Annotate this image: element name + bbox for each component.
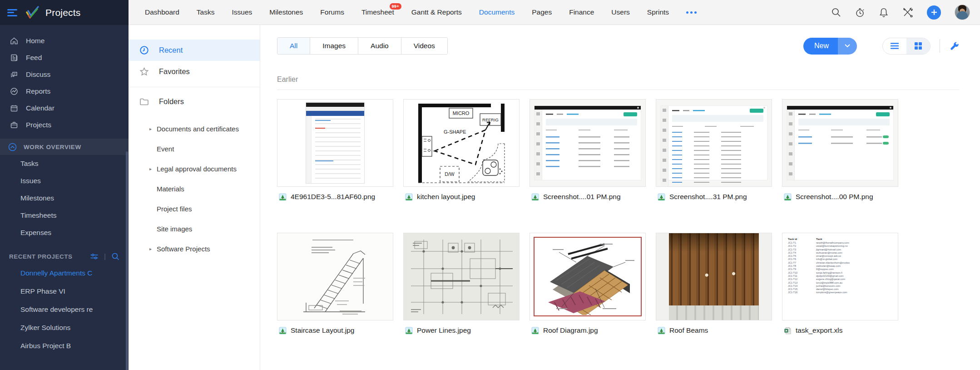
sidebar-item-projects[interactable]: Projects	[0, 116, 129, 133]
sidebar-item-feed[interactable]: Feed	[0, 49, 129, 66]
docs-filter-recent[interactable]: Recent	[129, 40, 260, 61]
brand-name: Projects	[45, 7, 80, 18]
sidebar-item-wo-milestones[interactable]: Milestones	[0, 190, 129, 207]
sidebar-item-reports[interactable]: Reports	[0, 83, 129, 100]
tab-images[interactable]: Images	[310, 38, 358, 54]
sidebar-item-home[interactable]: Home	[0, 32, 129, 49]
nav-pages[interactable]: Pages	[532, 8, 552, 16]
wrench-settings-icon[interactable]	[949, 41, 960, 51]
recent-project-zylker[interactable]: Zylker Solutions	[0, 319, 129, 337]
hamburger-menu-icon[interactable]	[7, 9, 17, 16]
electrical-schematic	[404, 233, 519, 320]
chevron-down-icon	[845, 44, 850, 48]
work-overview-header[interactable]: WORK OVERVIEW	[0, 139, 129, 155]
expand-arrow-icon[interactable]: ▸	[149, 166, 152, 171]
nav-sprints[interactable]: Sprints	[647, 8, 669, 16]
add-icon[interactable]	[927, 5, 941, 20]
nav-milestones[interactable]: Milestones	[269, 8, 303, 16]
docs-filter-favorites[interactable]: Favorites	[129, 61, 260, 82]
nav-dashboard[interactable]: Dashboard	[145, 8, 179, 16]
nav-users[interactable]: Users	[611, 8, 629, 16]
file-name[interactable]: Screenshot....31 PM.png	[669, 193, 747, 201]
file-thumbnail-spreadsheet[interactable]: Task id Task JC1-T1ranjith@thenathcompan…	[782, 233, 898, 320]
tab-videos[interactable]: Videos	[401, 38, 447, 54]
recent-project-airbus[interactable]: Airbus Project B	[0, 337, 129, 355]
file-thumbnail-kitchen-layout[interactable]: MICRO REFRIG G-SHAPE D/W	[403, 99, 520, 187]
file-name[interactable]: Staircase Layout.jpg	[291, 326, 354, 335]
timer-icon[interactable]	[855, 7, 865, 18]
work-overview-label: WORK OVERVIEW	[24, 144, 81, 150]
sidebar-item-wo-timesheets[interactable]: Timesheets	[0, 207, 129, 224]
tab-all[interactable]: All	[277, 38, 310, 54]
wall-strip	[669, 305, 759, 320]
sidebar-item-calendar[interactable]: Calendar	[0, 100, 129, 116]
bell-icon[interactable]	[879, 7, 889, 18]
list-view-button[interactable]	[883, 38, 906, 54]
grid-view-button[interactable]	[906, 38, 930, 54]
folder-legal-approval[interactable]: ▸Legal approval documents	[129, 159, 260, 179]
recent-project-software[interactable]: Software developers re	[0, 300, 129, 319]
tools-icon[interactable]	[902, 7, 913, 18]
sidebar-item-discuss[interactable]: Discuss	[0, 66, 129, 83]
logo-block[interactable]: Projects	[0, 0, 129, 25]
folder-materials[interactable]: Materials	[129, 179, 260, 199]
sidebar-item-wo-expenses[interactable]: Expenses	[0, 224, 129, 241]
search-icon[interactable]	[831, 7, 841, 17]
nav-forums[interactable]: Forums	[320, 8, 344, 16]
sidebar-scrollbar[interactable]	[126, 151, 128, 370]
file-thumbnail-roof-beams-photo[interactable]	[656, 233, 772, 320]
file-name[interactable]: Screenshot....00 PM.png	[796, 193, 873, 201]
main-content: All Images Audio Videos New	[260, 25, 980, 370]
recent-project-erp[interactable]: ERP Phase VI	[0, 282, 129, 300]
recent-projects-label: RECENT PROJECTS	[9, 253, 90, 260]
nav-finance[interactable]: Finance	[569, 8, 594, 16]
nav-tasks[interactable]: Tasks	[197, 8, 215, 16]
docs-filter-folders[interactable]: Folders	[129, 91, 260, 112]
nav-issues[interactable]: Issues	[232, 8, 252, 16]
section-label: Earlier	[277, 75, 960, 84]
recent-project-donnelly[interactable]: Donnelly Apartments C	[0, 264, 129, 282]
mini-admin-app	[660, 105, 767, 180]
file-name[interactable]: task_export.xls	[796, 326, 842, 335]
search-icon[interactable]	[111, 252, 119, 260]
file-thumbnail-browser-screenshot[interactable]	[277, 99, 393, 187]
folder-software-projects[interactable]: ▸Software Projects	[129, 239, 260, 259]
file-thumbnail-app-screenshot[interactable]	[656, 99, 772, 187]
image-file-icon	[531, 327, 539, 335]
file-thumbnail-power-lines[interactable]	[403, 233, 520, 320]
new-button[interactable]: New	[803, 38, 857, 55]
file-name[interactable]: Power Lines.jpeg	[417, 326, 471, 335]
folder-project-files[interactable]: Project files	[129, 199, 260, 219]
controls-row: All Images Audio Videos New	[277, 37, 960, 55]
more-icon[interactable]	[686, 11, 697, 14]
nav-gantt-reports[interactable]: Gantt & Reports	[411, 8, 462, 16]
documents-sidebar: Recent Favorites Folders ▸Documents and …	[129, 25, 260, 370]
file-thumbnail-staircase[interactable]	[277, 233, 393, 320]
expand-arrow-icon[interactable]: ▸	[149, 126, 152, 131]
sidebar-item-wo-tasks[interactable]: Tasks	[0, 155, 129, 172]
file-thumbnail-app-screenshot[interactable]	[782, 99, 898, 187]
nav-documents[interactable]: Documents	[479, 8, 515, 16]
new-dropdown-toggle[interactable]	[838, 38, 857, 55]
folder-site-images[interactable]: Site images	[129, 219, 260, 239]
avatar[interactable]	[955, 5, 970, 20]
file-name[interactable]: kitchen layout.jpeg	[417, 193, 475, 201]
nav-timesheet[interactable]: Timesheet99+	[361, 8, 394, 16]
collapse-chevron-icon[interactable]	[8, 143, 17, 151]
file-thumbnail-roof-diagram[interactable]	[530, 233, 646, 320]
file-name[interactable]: Roof Diagram.jpg	[543, 326, 598, 335]
tab-audio[interactable]: Audio	[358, 38, 401, 54]
list-view-icon	[890, 42, 899, 50]
expand-arrow-icon[interactable]: ▸	[149, 246, 152, 251]
file-card: Screenshot....31 PM.png	[656, 99, 772, 201]
file-name[interactable]: Screenshot....01 PM.png	[543, 193, 621, 201]
folder-documents-certificates[interactable]: ▸Documents and certificates	[129, 119, 260, 139]
filter-sliders-icon[interactable]	[90, 253, 99, 260]
sidebar-item-wo-issues[interactable]: Issues	[0, 172, 129, 190]
file-thumbnail-app-screenshot[interactable]	[530, 99, 646, 187]
folder-event[interactable]: Event	[129, 139, 260, 159]
divider: |	[104, 253, 106, 260]
new-button-label[interactable]: New	[803, 38, 838, 55]
file-name[interactable]: Roof Beams	[669, 326, 708, 335]
file-name[interactable]: 4E961DE3-5...81AF60.png	[291, 193, 375, 201]
